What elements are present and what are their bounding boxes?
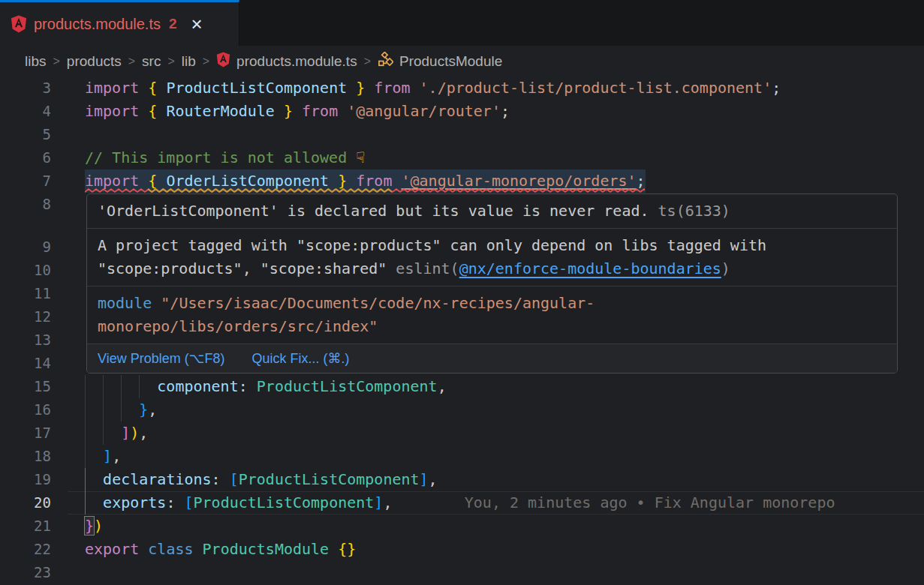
code-text: ]), xyxy=(85,422,148,445)
code-line-4[interactable]: 4import { RouterModule } from '@angular/… xyxy=(0,100,924,123)
eslint-source-suffix: ) xyxy=(721,260,730,278)
code-text: import { ProductListComponent } from './… xyxy=(85,76,781,100)
breadcrumb-separator: > xyxy=(196,55,216,68)
quick-fix-action[interactable]: Quick Fix... (⌘.) xyxy=(251,350,349,367)
hover-module-info: module "/Users/isaac/Documents/code/nx-r… xyxy=(87,286,868,344)
code-text: exports: [ProductListComponent], You, 2 … xyxy=(85,491,835,514)
code-text: ], xyxy=(85,445,121,468)
line-number-4[interactable]: 4 xyxy=(0,100,51,123)
tab-error-count-badge: 2 xyxy=(169,16,177,32)
line-number-7[interactable]: 7 xyxy=(0,170,51,193)
breadcrumb-separator: > xyxy=(122,55,142,68)
close-icon[interactable]: × xyxy=(191,14,203,34)
line-number-16[interactable]: 16 xyxy=(0,398,51,422)
code-line-6[interactable]: 6// This import is not allowed ☟ xyxy=(0,146,924,170)
code-text: }) xyxy=(85,514,103,538)
line-number-13[interactable]: 13 xyxy=(0,328,51,352)
code-text: import { OrderListComponent } from '@ang… xyxy=(85,170,646,193)
hover-eslint-diagnostic: A project tagged with "scope:products" c… xyxy=(87,229,868,286)
code-line-22[interactable]: 22export class ProductsModule {} xyxy=(0,538,924,561)
line-number-21[interactable]: 21 xyxy=(0,514,51,538)
ts-diagnostic-code: ts(6133) xyxy=(658,202,730,220)
line-number-8[interactable]: 8 xyxy=(0,193,51,216)
code-text: import { RouterModule } from '@angular/r… xyxy=(85,100,510,123)
line-number-9[interactable]: 9 xyxy=(0,236,51,259)
code-line-17[interactable]: 17 ]), xyxy=(0,422,924,445)
breadcrumb-label: products.module.ts xyxy=(236,53,357,70)
breadcrumb: libs>products>src>lib>products.module.ts… xyxy=(0,46,924,76)
eslint-source-prefix: eslint( xyxy=(396,260,459,278)
angular-icon xyxy=(216,52,230,71)
code-line-7[interactable]: 7import { OrderListComponent } from '@an… xyxy=(0,170,924,193)
eslint-rule-link[interactable]: @nx/enforce-module-boundaries xyxy=(459,260,721,278)
line-number-6[interactable]: 6 xyxy=(0,146,51,170)
hover-status-bar: View Problem (⌥F8) Quick Fix... (⌘.) xyxy=(87,344,897,373)
line-number-12[interactable]: 12 xyxy=(0,305,51,328)
git-blame-annotation: You, 2 minutes ago • Fix Angular monorep… xyxy=(392,494,835,512)
breadcrumb-label: products xyxy=(67,53,122,70)
module-keyword: module xyxy=(98,294,152,312)
code-line-5[interactable]: 5 xyxy=(0,123,924,146)
code-line-19[interactable]: 19 declarations: [ProductListComponent], xyxy=(0,468,924,491)
breadcrumb-separator: > xyxy=(47,55,67,68)
line-number-5[interactable]: 5 xyxy=(0,123,51,146)
line-number-19[interactable]: 19 xyxy=(0,468,51,491)
line-number-14[interactable]: 14 xyxy=(0,352,51,375)
code-text: }, xyxy=(85,398,157,422)
code-line-15[interactable]: 15 component: ProductListComponent, xyxy=(0,375,924,398)
breadcrumb-item-libs[interactable]: libs xyxy=(25,53,47,70)
class-icon xyxy=(378,52,393,71)
line-number-11[interactable]: 11 xyxy=(0,282,51,305)
diagnostic-hover-popup: 'OrderListComponent' is declared but its… xyxy=(86,194,898,374)
code-text: // This import is not allowed ☟ xyxy=(85,146,365,170)
code-text: component: ProductListComponent, xyxy=(85,375,447,398)
hover-ts-diagnostic: 'OrderListComponent' is declared but its… xyxy=(87,194,868,228)
tab-title: products.module.ts xyxy=(34,16,161,33)
view-problem-action[interactable]: View Problem (⌥F8) xyxy=(98,350,224,367)
breadcrumb-item-ProductsModule[interactable]: ProductsModule xyxy=(378,52,502,71)
line-number-22[interactable]: 22 xyxy=(0,538,51,561)
tab-products-module[interactable]: products.module.ts 2 × xyxy=(0,0,239,46)
code-text: export class ProductsModule {} xyxy=(85,538,356,561)
breadcrumb-separator: > xyxy=(357,55,378,68)
breadcrumb-separator: > xyxy=(161,55,181,68)
breadcrumb-label: ProductsModule xyxy=(399,53,502,70)
breadcrumb-item-src[interactable]: src xyxy=(142,53,161,70)
breadcrumb-label: libs xyxy=(25,53,47,70)
line-number-20[interactable]: 20 xyxy=(0,491,51,514)
code-line-3[interactable]: 3import { ProductListComponent } from '.… xyxy=(0,76,924,100)
breadcrumb-item-products.module.ts[interactable]: products.module.ts xyxy=(216,52,357,71)
breadcrumb-item-lib[interactable]: lib xyxy=(182,53,196,70)
line-number-23[interactable]: 23 xyxy=(0,561,51,584)
tab-bar: products.module.ts 2 × xyxy=(0,0,924,46)
breadcrumb-label: lib xyxy=(182,53,196,70)
line-number-3[interactable]: 3 xyxy=(0,76,51,100)
ts-diagnostic-message: 'OrderListComponent' is declared but its… xyxy=(98,202,649,220)
breadcrumb-item-products[interactable]: products xyxy=(67,53,122,70)
angular-icon xyxy=(11,15,27,33)
code-line-16[interactable]: 16 }, xyxy=(0,398,924,422)
code-line-20[interactable]: 20 exports: [ProductListComponent], You,… xyxy=(0,491,924,514)
code-line-18[interactable]: 18 ], xyxy=(0,445,924,468)
line-number-18[interactable]: 18 xyxy=(0,445,51,468)
line-number-17[interactable]: 17 xyxy=(0,422,51,445)
code-line-23[interactable]: 23 xyxy=(0,561,924,584)
code-text: declarations: [ProductListComponent], xyxy=(85,468,438,491)
breadcrumb-label: src xyxy=(142,53,161,70)
line-number-15[interactable]: 15 xyxy=(0,375,51,398)
code-line-21[interactable]: 21}) xyxy=(0,514,924,538)
line-number-10[interactable]: 10 xyxy=(0,259,51,282)
module-path: "/Users/isaac/Documents/code/nx-recipes/… xyxy=(98,294,594,335)
